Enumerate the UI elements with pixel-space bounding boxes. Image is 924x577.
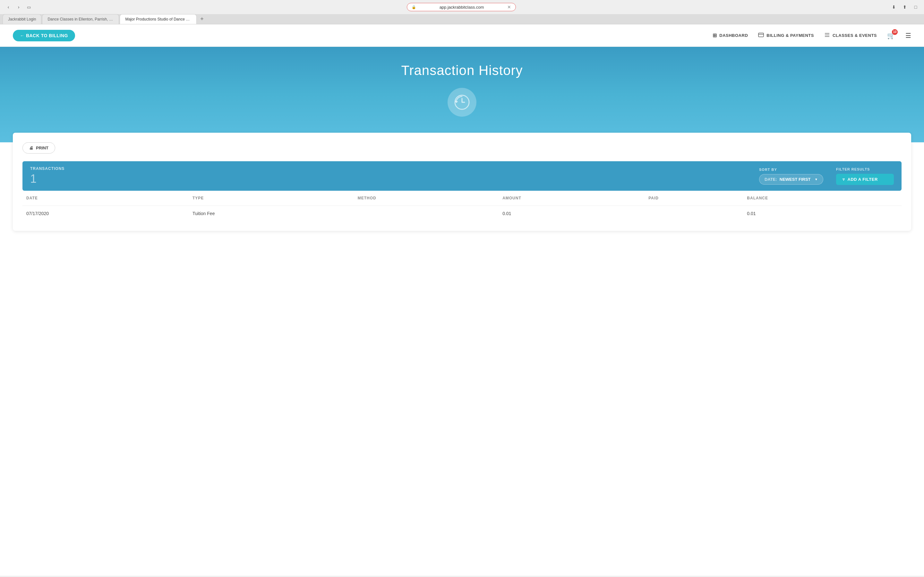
download-button[interactable]: ⬇ — [889, 3, 898, 11]
cart-badge: 10 — [892, 29, 898, 35]
filter-label: FILTER RESULTS — [836, 167, 870, 171]
browser-tabs: Jackrabbit Login Dance Classes in Ellent… — [0, 14, 924, 24]
cell-paid — [645, 206, 743, 221]
hero-section: Transaction History — [0, 47, 924, 142]
app-container: ← BACK TO BILLING ⊞ DASHBOARD BILLING & … — [0, 24, 924, 576]
nav-item-classes[interactable]: CLASSES & EVENTS — [824, 33, 877, 39]
history-icon — [452, 93, 472, 112]
transaction-table: DATE TYPE METHOD AMOUNT PAID BALANCE 07/… — [23, 191, 901, 221]
cell-balance: 0.01 — [743, 206, 901, 221]
classes-icon — [824, 33, 830, 39]
address-bar-wrap: 🔒 app.jackrabbitclass.com ✕ — [36, 3, 887, 11]
address-text: app.jackrabbitclass.com — [418, 5, 505, 10]
back-button[interactable]: ‹ — [4, 3, 13, 11]
col-paid: PAID — [645, 191, 743, 206]
nav-item-billing[interactable]: BILLING & PAYMENTS — [758, 33, 814, 39]
col-method: METHOD — [354, 191, 499, 206]
print-button[interactable]: 🖨 PRINT — [23, 142, 55, 153]
cell-type: Tuition Fee — [189, 206, 354, 221]
nav-item-dashboard[interactable]: ⊞ DASHBOARD — [712, 32, 748, 39]
cart-button[interactable]: 🛒 10 — [887, 32, 895, 39]
sort-value: NEWEST FIRST — [780, 177, 811, 182]
dashboard-icon: ⊞ — [712, 32, 717, 39]
sidebar-button[interactable]: ▭ — [24, 3, 33, 11]
svg-rect-0 — [758, 33, 764, 37]
table-header-row: DATE TYPE METHOD AMOUNT PAID BALANCE — [23, 191, 901, 206]
menu-icon[interactable]: ☰ — [905, 32, 911, 39]
cell-amount: 0.01 — [499, 206, 645, 221]
app-header: ← BACK TO BILLING ⊞ DASHBOARD BILLING & … — [0, 24, 924, 47]
table-header: DATE TYPE METHOD AMOUNT PAID BALANCE — [23, 191, 901, 206]
billing-icon — [758, 33, 764, 39]
page-title: Transaction History — [0, 63, 924, 78]
col-balance: BALANCE — [743, 191, 901, 206]
filter-icon: ▿ — [843, 177, 845, 182]
header-nav: ⊞ DASHBOARD BILLING & PAYMENTS — [712, 32, 911, 39]
transactions-bar: TRANSACTIONS 1 SORT BY DATE: NEWEST FIRS… — [23, 161, 901, 191]
table-row: 07/17/2020 Tuition Fee 0.01 0.01 — [23, 206, 901, 221]
transactions-label: TRANSACTIONS — [30, 166, 759, 171]
nav-buttons: ‹ › ▭ — [4, 3, 33, 11]
browser-chrome: ‹ › ▭ 🔒 app.jackrabbitclass.com ✕ ⬇ ⬆ □ … — [0, 0, 924, 24]
col-amount: AMOUNT — [499, 191, 645, 206]
transactions-left: TRANSACTIONS 1 — [30, 166, 759, 185]
table-body: 07/17/2020 Tuition Fee 0.01 0.01 — [23, 206, 901, 221]
add-filter-button[interactable]: ▿ ADD A FILTER — [836, 174, 894, 185]
tab-major-productions[interactable]: Major Productions Studio of Dance Parent… — [120, 14, 197, 24]
share-button[interactable]: ⬆ — [900, 3, 909, 11]
lock-icon: 🔒 — [412, 5, 416, 9]
history-icon-circle — [447, 88, 477, 117]
address-bar[interactable]: 🔒 app.jackrabbitclass.com ✕ — [407, 3, 516, 11]
chevron-down-icon: ▼ — [814, 177, 818, 181]
tab-jackrabbit-login[interactable]: Jackrabbit Login — [3, 14, 41, 24]
forward-button[interactable]: › — [14, 3, 23, 11]
col-date: DATE — [23, 191, 189, 206]
sort-label: SORT BY — [759, 168, 777, 171]
content-card: 🖨 PRINT TRANSACTIONS 1 SORT BY DATE: NEW… — [13, 133, 911, 231]
col-type: TYPE — [189, 191, 354, 206]
cell-date: 07/17/2020 — [23, 206, 189, 221]
close-tab-button[interactable]: ✕ — [507, 5, 511, 10]
back-to-billing-button[interactable]: ← BACK TO BILLING — [13, 30, 75, 41]
filter-section: FILTER RESULTS ▿ ADD A FILTER — [836, 167, 894, 185]
cell-method — [354, 206, 499, 221]
browser-actions: ⬇ ⬆ □ — [889, 3, 920, 11]
tab-dance-classes[interactable]: Dance Classes in Ellenton, Parrish, Palm… — [42, 14, 119, 24]
sort-prefix: DATE: — [764, 177, 777, 182]
browser-toolbar: ‹ › ▭ 🔒 app.jackrabbitclass.com ✕ ⬇ ⬆ □ — [0, 0, 924, 14]
transactions-count: 1 — [30, 172, 759, 185]
sort-select[interactable]: DATE: NEWEST FIRST ▼ — [759, 174, 823, 185]
fullscreen-button[interactable]: □ — [911, 3, 920, 11]
sort-section: SORT BY DATE: NEWEST FIRST ▼ — [759, 168, 823, 185]
new-tab-button[interactable]: + — [197, 15, 206, 23]
print-icon: 🖨 — [29, 145, 33, 150]
